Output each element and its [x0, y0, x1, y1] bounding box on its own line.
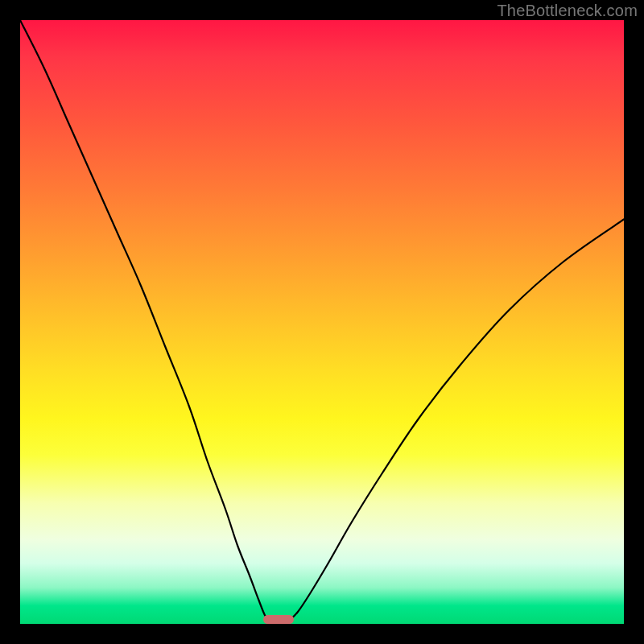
plot-area: [20, 20, 624, 624]
watermark-text: TheBottleneck.com: [497, 2, 638, 20]
right-branch-curve: [289, 220, 624, 621]
left-branch-curve: [20, 20, 269, 621]
curve-overlay: [20, 20, 624, 624]
chart-container: TheBottleneck.com: [0, 0, 644, 644]
min-point-marker: [263, 615, 294, 624]
